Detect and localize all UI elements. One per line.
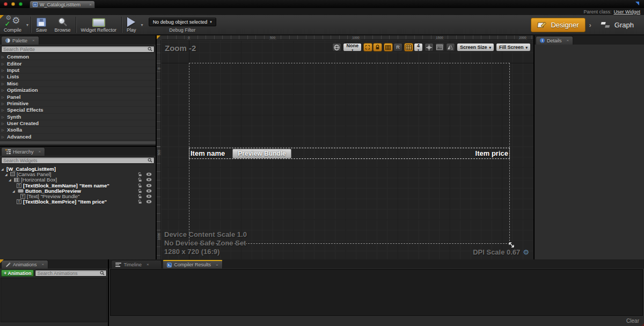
tab-close-icon[interactable]: × xyxy=(567,38,569,43)
flag-none-dropdown[interactable]: None▾ xyxy=(343,43,362,52)
palette-category[interactable]: ▷Common xyxy=(0,54,156,60)
expand-icon[interactable]: ▷ xyxy=(2,62,5,66)
expand-icon[interactable]: ▷ xyxy=(2,115,5,119)
palette-category[interactable]: ▷Input xyxy=(0,67,156,74)
graph-mode-button[interactable]: Graph xyxy=(595,18,639,32)
expand-icon[interactable]: ▷ xyxy=(2,68,5,72)
hierarchy-row-button-bundlepreview[interactable]: ◢ Button_BundlePreview xyxy=(0,188,156,193)
canvas-item-price-text[interactable]: Item price xyxy=(475,149,508,157)
compile-options-caret[interactable]: ▾ xyxy=(25,23,30,27)
hierarchy-row-canvas-panel[interactable]: ◢ [Canvas Panel] xyxy=(0,171,156,177)
tab-animations[interactable]: Animations × xyxy=(1,260,48,269)
tab-timeline[interactable]: Timeline × xyxy=(111,260,162,269)
tab-close-icon[interactable]: × xyxy=(216,263,218,267)
visibility-eye-icon[interactable] xyxy=(146,194,152,198)
visibility-eye-icon[interactable] xyxy=(146,184,152,187)
toggle-outlines-button[interactable] xyxy=(363,43,372,52)
expand-icon[interactable]: ▷ xyxy=(2,108,5,112)
design-canvas[interactable]: Item name Preview Bundle Item price Zoom… xyxy=(162,40,533,259)
expand-icon[interactable]: ▷ xyxy=(2,82,5,85)
visibility-eye-icon[interactable] xyxy=(146,178,152,182)
lock-widgets-button[interactable] xyxy=(373,43,382,52)
tab-palette[interactable]: Palette × xyxy=(1,36,39,45)
palette-searchbox[interactable] xyxy=(1,46,155,53)
tab-compiler-results[interactable]: Compiler Results × xyxy=(163,260,222,269)
tab-hierarchy[interactable]: Hierarchy × xyxy=(1,147,45,156)
window-resize-grip[interactable] xyxy=(641,323,644,326)
lock-icon[interactable] xyxy=(137,172,142,177)
save-button[interactable]: Save xyxy=(32,15,51,34)
expand-icon[interactable]: ◢ xyxy=(12,189,16,193)
palette-search-input[interactable] xyxy=(3,47,148,52)
lock-icon[interactable] xyxy=(137,189,142,193)
animations-searchbox[interactable] xyxy=(35,270,107,277)
tab-close-icon[interactable]: × xyxy=(42,262,45,267)
expand-icon[interactable]: ▷ xyxy=(2,102,5,105)
canvas-item-name-text[interactable]: Item name xyxy=(191,149,225,157)
expand-icon[interactable]: ▷ xyxy=(2,55,5,59)
flip-preview-button[interactable] xyxy=(446,43,455,52)
compiler-log-area[interactable] xyxy=(110,269,643,316)
palette-category[interactable]: ▷Xsolla xyxy=(0,127,156,133)
visibility-eye-icon[interactable] xyxy=(146,172,152,176)
palette-category[interactable]: ▷Advanced xyxy=(0,134,156,140)
play-button[interactable]: Play xyxy=(123,15,140,34)
screen-size-dropdown[interactable]: Screen Size▾ xyxy=(457,43,494,52)
clear-button[interactable]: Clear xyxy=(626,318,639,324)
hierarchy-row-textblock-itemprice[interactable]: [TextBlock_ItemPrice] "Item price" xyxy=(0,199,156,205)
palette-category[interactable]: ▷Panel xyxy=(0,93,156,100)
lock-icon[interactable] xyxy=(137,194,142,199)
dpi-settings-gear-icon[interactable]: ⚙ xyxy=(523,248,529,256)
localization-preview-button[interactable] xyxy=(332,43,341,52)
tab-details[interactable]: Details × xyxy=(536,36,573,45)
grid-snap-size-dropdown[interactable]: 4▾ xyxy=(414,43,423,52)
hierarchy-row-text-previewbundle[interactable]: [Text] "Preview Bundle" xyxy=(0,193,156,199)
respect-locks-button[interactable]: R xyxy=(393,43,402,52)
maximize-window-button[interactable] xyxy=(19,2,23,6)
palette-category[interactable]: ▷User Created xyxy=(0,120,156,127)
animations-search-input[interactable] xyxy=(37,271,100,276)
browse-button[interactable]: Browse xyxy=(51,15,75,34)
lock-icon[interactable] xyxy=(137,177,142,182)
expand-icon[interactable]: ◢ xyxy=(5,172,9,176)
lock-icon[interactable] xyxy=(137,199,142,204)
visibility-eye-icon[interactable] xyxy=(146,189,152,193)
close-window-button[interactable] xyxy=(4,2,8,6)
expand-icon[interactable]: ▷ xyxy=(2,128,5,132)
designer-mode-button[interactable]: Designer xyxy=(531,18,585,32)
palette-category[interactable]: ▷Synth xyxy=(0,114,156,120)
compile-button[interactable]: ⚙⚙✓ Compile xyxy=(0,15,25,34)
hierarchy-searchbox[interactable] xyxy=(1,157,155,164)
preview-background-button[interactable] xyxy=(435,43,444,52)
asset-tab-close-icon[interactable]: × xyxy=(89,3,92,7)
visibility-eye-icon[interactable] xyxy=(146,200,152,204)
hierarchy-search-input[interactable] xyxy=(3,158,148,163)
palette-scrollbar[interactable] xyxy=(0,141,156,144)
horizontal-box-outline[interactable]: Item name Preview Bundle Item price xyxy=(189,148,510,159)
tab-close-icon[interactable]: × xyxy=(39,149,41,154)
add-animation-button[interactable]: + Animation xyxy=(1,270,34,277)
expand-icon[interactable]: ▷ xyxy=(2,135,5,139)
parent-class-link[interactable]: User Widget xyxy=(613,9,640,15)
canvas-preview-bundle-button[interactable]: Preview Bundle xyxy=(232,149,291,158)
expand-icon[interactable]: ▷ xyxy=(2,88,5,92)
palette-category[interactable]: ▷Lists xyxy=(0,74,156,80)
palette-category[interactable]: ▷Misc xyxy=(0,81,156,87)
palette-category[interactable]: ▷Primitive xyxy=(0,100,156,107)
palette-category[interactable]: ▷Editor xyxy=(0,60,156,67)
hierarchy-row-textblock-itemname[interactable]: [TextBlock_ItemName] "Item name" xyxy=(0,183,156,188)
transform-mode-button[interactable] xyxy=(425,43,434,52)
expand-icon[interactable]: ◢ xyxy=(1,167,5,171)
expand-icon[interactable]: ▷ xyxy=(2,121,5,125)
hierarchy-row-horizontal-box[interactable]: ◢ [Horizontal Box] xyxy=(0,177,156,183)
expand-icon[interactable]: ▷ xyxy=(2,95,5,99)
grid-snapping-button[interactable] xyxy=(404,43,413,52)
debug-object-dropdown[interactable]: No debug object selected ▾ xyxy=(149,18,216,26)
palette-category[interactable]: ▷Optimization xyxy=(0,87,156,93)
widget-reflector-button[interactable]: Widget Reflector xyxy=(77,15,121,34)
asset-tab[interactable]: W_CatalogListItem × xyxy=(30,1,95,8)
tab-close-icon[interactable]: × xyxy=(32,38,35,43)
palette-category[interactable]: ▷Special Effects xyxy=(0,107,156,113)
expand-icon[interactable]: ◢ xyxy=(9,178,12,182)
minimize-window-button[interactable] xyxy=(11,2,15,6)
